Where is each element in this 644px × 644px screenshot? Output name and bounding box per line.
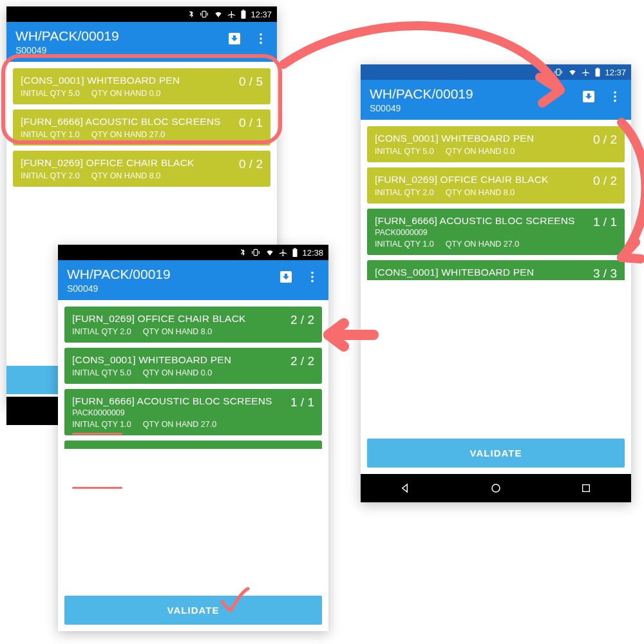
svg-rect-7 xyxy=(596,68,600,77)
status-bar: 12:38 xyxy=(58,245,328,260)
product-name: [FURN_0269] OFFICE CHAIR BLACK xyxy=(21,157,234,169)
product-row[interactable]: [FURN_0269] OFFICE CHAIR BLACKINITIAL QT… xyxy=(13,151,270,187)
item-list: [FURN_0269] OFFICE CHAIR BLACKINITIAL QT… xyxy=(58,300,328,449)
initial-qty: INITIAL QTY 1.0 xyxy=(72,420,131,429)
validate-button[interactable] xyxy=(6,366,58,394)
package-label: PACK0000009 xyxy=(375,228,588,237)
qty-on-hand: QTY ON HAND 0.0 xyxy=(91,89,160,98)
validate-button[interactable]: VALIDATE xyxy=(367,439,625,468)
recents-button[interactable] xyxy=(576,478,596,498)
overflow-menu-button[interactable] xyxy=(608,90,622,104)
svg-point-4 xyxy=(260,37,262,40)
svg-rect-0 xyxy=(203,11,207,17)
svg-point-10 xyxy=(614,95,616,98)
initial-qty: INITIAL QTY 2.0 xyxy=(375,188,434,197)
product-row[interactable]: [FURN_6666] ACOUSTIC BLOC SCREENSPACK000… xyxy=(64,389,322,435)
status-bar: 12:37 xyxy=(361,64,631,80)
product-name: [CONS_0001] WHITEBOARD PEN xyxy=(375,267,588,278)
svg-rect-6 xyxy=(557,69,561,75)
svg-rect-8 xyxy=(597,68,599,68)
overflow-menu-button[interactable] xyxy=(305,270,319,284)
product-row[interactable]: [CONS_0001] WHITEBOARD PENPACK0000009INI… xyxy=(367,260,625,280)
vibrate-icon xyxy=(199,10,209,19)
svg-point-11 xyxy=(614,100,616,102)
svg-rect-15 xyxy=(293,249,298,257)
page-title: WH/PACK/00019 xyxy=(370,86,581,102)
product-name: [FURN_0269] OFFICE CHAIR BLACK xyxy=(375,174,588,185)
page-subtitle: S00049 xyxy=(370,103,581,113)
initial-qty: INITIAL QTY 1.0 xyxy=(375,240,434,249)
qty-on-hand: QTY ON HAND 0.0 xyxy=(143,368,212,377)
product-row[interactable]: [CONS_0001] WHITEBOARD PENPACK0000009INI… xyxy=(64,440,322,449)
svg-rect-1 xyxy=(242,10,246,19)
put-in-pack-button[interactable] xyxy=(581,89,596,104)
product-row[interactable]: [FURN_0269] OFFICE CHAIR BLACKINITIAL QT… xyxy=(64,307,322,343)
package-label: PACK0000009 xyxy=(72,408,285,417)
status-bar: 12:37 xyxy=(6,6,277,22)
status-time: 12:37 xyxy=(251,10,272,19)
qty-done-count: 2 / 2 xyxy=(285,313,314,327)
phone-screen-2: 12:37 WH/PACK/00019 S00049 [CONS_0001] W… xyxy=(361,64,631,502)
annotation-underline xyxy=(72,487,122,489)
item-list: [CONS_0001] WHITEBOARD PENINITIAL QTY 5.… xyxy=(361,120,631,280)
put-in-pack-button[interactable] xyxy=(227,31,242,46)
initial-qty: INITIAL QTY 5.0 xyxy=(375,147,434,156)
qty-done-count: 0 / 2 xyxy=(234,157,263,171)
product-row[interactable]: [CONS_0001] WHITEBOARD PENINITIAL QTY 5.… xyxy=(64,348,322,384)
page-subtitle: S00049 xyxy=(67,283,278,294)
battery-icon xyxy=(240,10,247,19)
back-button[interactable] xyxy=(396,478,415,498)
product-name: [FURN_6666] ACOUSTIC BLOC SCREENS xyxy=(21,116,234,128)
svg-point-18 xyxy=(311,276,314,278)
validate-button[interactable]: VALIDATE xyxy=(64,596,322,625)
bluetooth-icon xyxy=(239,248,247,257)
battery-icon xyxy=(292,248,298,257)
svg-point-12 xyxy=(492,484,500,492)
airplane-icon xyxy=(582,68,591,77)
android-nav-bar xyxy=(6,397,58,425)
wifi-icon xyxy=(213,10,223,19)
qty-on-hand: QTY ON HAND 8.0 xyxy=(143,327,212,336)
svg-point-17 xyxy=(311,272,314,274)
product-row[interactable]: [FURN_0269] OFFICE CHAIR BLACKINITIAL QT… xyxy=(367,167,625,204)
product-name: [FURN_6666] ACOUSTIC BLOC SCREENS xyxy=(375,215,588,227)
put-in-pack-button[interactable] xyxy=(278,269,294,285)
qty-done-count: 3 / 3 xyxy=(588,267,617,280)
initial-qty: INITIAL QTY 5.0 xyxy=(21,89,80,98)
vibrate-icon xyxy=(553,68,564,77)
qty-done-count: 1 / 1 xyxy=(588,215,617,229)
product-name: [FURN_0269] OFFICE CHAIR BLACK xyxy=(72,313,285,325)
annotation-underline xyxy=(72,433,122,435)
qty-on-hand: QTY ON HAND 8.0 xyxy=(91,171,160,180)
svg-rect-2 xyxy=(243,10,245,10)
home-button[interactable] xyxy=(486,478,506,498)
bluetooth-icon xyxy=(187,10,195,19)
initial-qty: INITIAL QTY 2.0 xyxy=(21,171,80,180)
bluetooth-icon xyxy=(542,68,549,77)
svg-point-19 xyxy=(311,280,314,283)
svg-point-5 xyxy=(260,42,262,44)
status-time: 12:37 xyxy=(605,68,626,77)
phone-screen-3: 12:38 WH/PACK/00019 S00049 [FURN_0269] O… xyxy=(58,245,328,631)
product-row[interactable]: [FURN_6666] ACOUSTIC BLOC SCREENSINITIAL… xyxy=(13,109,270,146)
qty-done-count: 0 / 2 xyxy=(588,174,617,188)
page-subtitle: S00049 xyxy=(15,45,227,55)
overflow-menu-button[interactable] xyxy=(254,32,268,46)
qty-done-count: 0 / 5 xyxy=(234,75,263,89)
qty-on-hand: QTY ON HAND 27.0 xyxy=(446,240,519,249)
qty-on-hand: QTY ON HAND 27.0 xyxy=(91,130,165,139)
wifi-icon xyxy=(567,68,578,77)
product-row[interactable]: [CONS_0001] WHITEBOARD PENINITIAL QTY 5.… xyxy=(13,68,270,104)
airplane-icon xyxy=(279,248,288,257)
product-name: [CONS_0001] WHITEBOARD PEN xyxy=(72,354,285,366)
product-row[interactable]: [CONS_0001] WHITEBOARD PENINITIAL QTY 5.… xyxy=(367,126,625,162)
qty-done-count: 0 / 1 xyxy=(234,116,263,130)
svg-rect-13 xyxy=(583,485,590,492)
svg-point-3 xyxy=(260,33,262,36)
app-bar: WH/PACK/00019 S00049 xyxy=(58,260,328,300)
svg-point-9 xyxy=(614,91,616,94)
product-name: [CONS_0001] WHITEBOARD PEN xyxy=(375,133,588,144)
product-row[interactable]: [FURN_6666] ACOUSTIC BLOC SCREENSPACK000… xyxy=(367,209,625,255)
product-name: [CONS_0001] WHITEBOARD PEN xyxy=(21,75,234,86)
qty-on-hand: QTY ON HAND 8.0 xyxy=(446,188,515,197)
